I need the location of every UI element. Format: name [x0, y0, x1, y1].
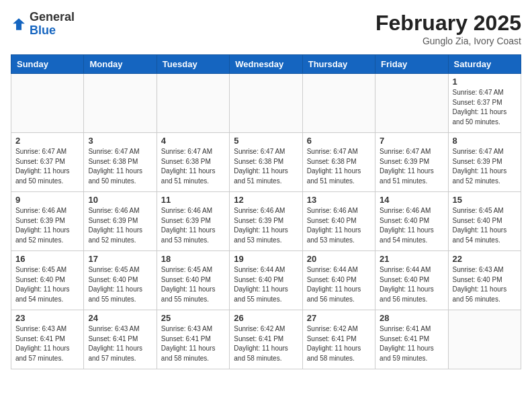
day-info: Sunrise: 6:44 AM Sunset: 6:40 PM Dayligh… — [380, 265, 443, 304]
day-number: 13 — [307, 195, 371, 205]
day-number: 24 — [88, 313, 152, 323]
day-info: Sunrise: 6:42 AM Sunset: 6:41 PM Dayligh… — [307, 324, 371, 363]
day-number: 11 — [161, 195, 225, 205]
day-cell — [375, 74, 448, 133]
day-cell — [84, 74, 157, 133]
day-cell: 10Sunrise: 6:46 AM Sunset: 6:39 PM Dayli… — [84, 192, 157, 251]
day-cell: 27Sunrise: 6:42 AM Sunset: 6:41 PM Dayli… — [302, 310, 375, 369]
day-number: 8 — [453, 136, 517, 146]
day-info: Sunrise: 6:46 AM Sunset: 6:40 PM Dayligh… — [380, 206, 443, 245]
day-cell: 7Sunrise: 6:47 AM Sunset: 6:39 PM Daylig… — [375, 133, 448, 192]
week-row-3: 16Sunrise: 6:45 AM Sunset: 6:40 PM Dayli… — [11, 251, 521, 310]
day-cell: 4Sunrise: 6:47 AM Sunset: 6:38 PM Daylig… — [157, 133, 229, 192]
day-info: Sunrise: 6:47 AM Sunset: 6:38 PM Dayligh… — [234, 147, 298, 186]
day-info: Sunrise: 6:44 AM Sunset: 6:40 PM Dayligh… — [234, 265, 298, 304]
col-header-thursday: Thursday — [302, 55, 375, 74]
day-cell — [230, 74, 302, 133]
day-info: Sunrise: 6:47 AM Sunset: 6:39 PM Dayligh… — [453, 147, 517, 186]
day-cell: 17Sunrise: 6:45 AM Sunset: 6:40 PM Dayli… — [84, 251, 157, 310]
day-cell: 21Sunrise: 6:44 AM Sunset: 6:40 PM Dayli… — [375, 251, 448, 310]
month-title: February 2025 — [375, 11, 521, 36]
day-cell: 23Sunrise: 6:43 AM Sunset: 6:41 PM Dayli… — [11, 310, 84, 369]
day-cell: 12Sunrise: 6:46 AM Sunset: 6:39 PM Dayli… — [230, 192, 302, 251]
day-number: 4 — [161, 136, 225, 146]
day-number: 23 — [15, 313, 79, 323]
col-header-friday: Friday — [375, 55, 448, 74]
day-cell — [448, 310, 521, 369]
day-info: Sunrise: 6:47 AM Sunset: 6:37 PM Dayligh… — [15, 147, 79, 186]
day-cell: 28Sunrise: 6:41 AM Sunset: 6:41 PM Dayli… — [375, 310, 448, 369]
day-number: 6 — [307, 136, 371, 146]
day-info: Sunrise: 6:47 AM Sunset: 6:38 PM Dayligh… — [161, 147, 225, 186]
day-number: 15 — [453, 195, 517, 205]
day-info: Sunrise: 6:45 AM Sunset: 6:40 PM Dayligh… — [453, 206, 517, 245]
logo-blue-text: Blue — [30, 24, 56, 37]
day-cell: 26Sunrise: 6:42 AM Sunset: 6:41 PM Dayli… — [230, 310, 302, 369]
logo: General Blue — [11, 11, 75, 38]
day-number: 14 — [380, 195, 443, 205]
day-cell: 22Sunrise: 6:43 AM Sunset: 6:40 PM Dayli… — [448, 251, 521, 310]
week-row-1: 2Sunrise: 6:47 AM Sunset: 6:37 PM Daylig… — [11, 133, 521, 192]
col-header-sunday: Sunday — [11, 55, 84, 74]
day-info: Sunrise: 6:47 AM Sunset: 6:37 PM Dayligh… — [453, 88, 517, 127]
day-cell: 20Sunrise: 6:44 AM Sunset: 6:40 PM Dayli… — [302, 251, 375, 310]
location-subtitle: Gunglo Zia, Ivory Coast — [375, 36, 521, 46]
col-header-saturday: Saturday — [448, 55, 521, 74]
day-cell: 24Sunrise: 6:43 AM Sunset: 6:41 PM Dayli… — [84, 310, 157, 369]
day-info: Sunrise: 6:47 AM Sunset: 6:38 PM Dayligh… — [307, 147, 371, 186]
day-cell: 8Sunrise: 6:47 AM Sunset: 6:39 PM Daylig… — [448, 133, 521, 192]
day-number: 1 — [453, 77, 517, 87]
day-info: Sunrise: 6:43 AM Sunset: 6:41 PM Dayligh… — [88, 324, 152, 363]
day-number: 9 — [15, 195, 79, 205]
day-cell: 14Sunrise: 6:46 AM Sunset: 6:40 PM Dayli… — [375, 192, 448, 251]
title-block: February 2025 Gunglo Zia, Ivory Coast — [375, 11, 521, 46]
day-number: 22 — [453, 254, 517, 264]
day-cell: 16Sunrise: 6:45 AM Sunset: 6:40 PM Dayli… — [11, 251, 84, 310]
day-info: Sunrise: 6:46 AM Sunset: 6:39 PM Dayligh… — [161, 206, 225, 245]
day-number: 27 — [307, 313, 371, 323]
day-number: 26 — [234, 313, 298, 323]
week-row-2: 9Sunrise: 6:46 AM Sunset: 6:39 PM Daylig… — [11, 192, 521, 251]
day-number: 2 — [15, 136, 79, 146]
day-number: 10 — [88, 195, 152, 205]
day-info: Sunrise: 6:43 AM Sunset: 6:41 PM Dayligh… — [15, 324, 79, 363]
day-cell: 13Sunrise: 6:46 AM Sunset: 6:40 PM Dayli… — [302, 192, 375, 251]
day-cell: 2Sunrise: 6:47 AM Sunset: 6:37 PM Daylig… — [11, 133, 84, 192]
day-cell: 9Sunrise: 6:46 AM Sunset: 6:39 PM Daylig… — [11, 192, 84, 251]
col-header-tuesday: Tuesday — [157, 55, 229, 74]
day-cell — [11, 74, 84, 133]
day-info: Sunrise: 6:44 AM Sunset: 6:40 PM Dayligh… — [307, 265, 371, 304]
svg-marker-0 — [13, 18, 25, 30]
col-header-monday: Monday — [84, 55, 157, 74]
day-number: 21 — [380, 254, 443, 264]
day-number: 3 — [88, 136, 152, 146]
week-row-0: 1Sunrise: 6:47 AM Sunset: 6:37 PM Daylig… — [11, 74, 521, 133]
week-row-4: 23Sunrise: 6:43 AM Sunset: 6:41 PM Dayli… — [11, 310, 521, 369]
day-number: 18 — [161, 254, 225, 264]
day-number: 25 — [161, 313, 225, 323]
day-info: Sunrise: 6:46 AM Sunset: 6:39 PM Dayligh… — [88, 206, 152, 245]
day-number: 20 — [307, 254, 371, 264]
day-info: Sunrise: 6:45 AM Sunset: 6:40 PM Dayligh… — [161, 265, 225, 304]
day-cell: 18Sunrise: 6:45 AM Sunset: 6:40 PM Dayli… — [157, 251, 229, 310]
day-info: Sunrise: 6:47 AM Sunset: 6:39 PM Dayligh… — [380, 147, 443, 186]
day-info: Sunrise: 6:46 AM Sunset: 6:39 PM Dayligh… — [15, 206, 79, 245]
day-info: Sunrise: 6:43 AM Sunset: 6:40 PM Dayligh… — [453, 265, 517, 304]
day-info: Sunrise: 6:45 AM Sunset: 6:40 PM Dayligh… — [15, 265, 79, 304]
day-number: 7 — [380, 136, 443, 146]
day-cell: 3Sunrise: 6:47 AM Sunset: 6:38 PM Daylig… — [84, 133, 157, 192]
calendar-table: SundayMondayTuesdayWednesdayThursdayFrid… — [11, 54, 521, 369]
day-number: 16 — [15, 254, 79, 264]
calendar-header-row: SundayMondayTuesdayWednesdayThursdayFrid… — [11, 55, 521, 74]
day-info: Sunrise: 6:46 AM Sunset: 6:40 PM Dayligh… — [307, 206, 371, 245]
day-number: 5 — [234, 136, 298, 146]
day-number: 17 — [88, 254, 152, 264]
day-number: 19 — [234, 254, 298, 264]
day-cell: 5Sunrise: 6:47 AM Sunset: 6:38 PM Daylig… — [230, 133, 302, 192]
day-cell — [302, 74, 375, 133]
day-number: 12 — [234, 195, 298, 205]
day-cell: 11Sunrise: 6:46 AM Sunset: 6:39 PM Dayli… — [157, 192, 229, 251]
logo-icon — [11, 16, 27, 32]
logo-general-text: General — [30, 10, 75, 24]
day-number: 28 — [380, 313, 443, 323]
